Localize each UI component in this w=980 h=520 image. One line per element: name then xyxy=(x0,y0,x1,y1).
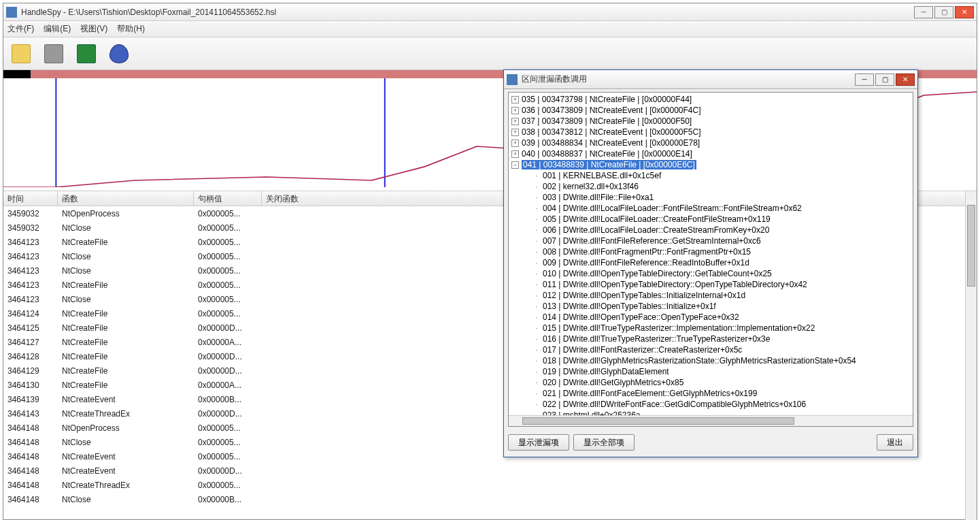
tree-child[interactable]: ·008 | DWrite.dll!FontFragmentPtr::FontF… xyxy=(509,246,913,257)
tree-label: 037 | 003473809 | NtCreateFile | [0x0000… xyxy=(522,116,692,126)
tree-child[interactable]: ·001 | KERNELBASE.dll+0x1c5ef xyxy=(509,170,913,181)
tree-parent[interactable]: 040 | 003488837 | NtCreateFile | [0x0000… xyxy=(509,148,913,159)
tree-child[interactable]: ·004 | DWrite.dll!LocalFileLoader::FontF… xyxy=(509,203,913,214)
cell-func: NtCreateEvent xyxy=(58,466,194,476)
expand-icon[interactable] xyxy=(511,150,519,158)
tree-parent[interactable]: 036 | 003473809 | NtCreateEvent | [0x000… xyxy=(509,105,913,116)
tree-child[interactable]: ·009 | DWrite.dll!FontFileReference::Rea… xyxy=(509,257,913,268)
tree-connector: · xyxy=(532,258,541,267)
cell-func: NtCreateEvent xyxy=(58,452,194,461)
toolbar-open-button[interactable] xyxy=(7,40,35,67)
tree-child[interactable]: ·020 | DWrite.dll!GetGlyphMetrics+0x85 xyxy=(509,377,913,388)
toolbar-chip-button[interactable] xyxy=(73,40,100,67)
tree-connector: · xyxy=(532,247,541,257)
tree-child-label: 002 | kernel32.dll+0x13f46 xyxy=(543,182,639,191)
toolbar-pc-button[interactable] xyxy=(40,40,67,67)
tree-child[interactable]: ·002 | kernel32.dll+0x13f46 xyxy=(509,181,913,192)
table-row[interactable]: 3464148NtClose0x00000B... xyxy=(3,492,977,506)
table-vscrollbar[interactable] xyxy=(965,191,977,520)
expand-icon[interactable] xyxy=(511,129,519,136)
show-leak-button[interactable]: 显示泄漏项 xyxy=(508,434,569,451)
tree-child[interactable]: ·018 | DWrite.dll!GlyphMetricsRasterizat… xyxy=(509,355,913,366)
menu-edit[interactable]: 编辑(E) xyxy=(44,23,71,35)
toolbar xyxy=(3,37,977,70)
menu-file[interactable]: 文件(F) xyxy=(7,23,34,35)
expand-icon[interactable] xyxy=(511,118,519,125)
tree-parent[interactable]: 035 | 003473798 | NtCreateFile | [0x0000… xyxy=(509,94,913,105)
tree-child[interactable]: ·003 | DWrite.dll!File::File+0xa1 xyxy=(509,192,913,203)
cell-func: NtClose xyxy=(58,295,194,304)
cell-time: 3459032 xyxy=(3,209,58,218)
dialog-minimize-button[interactable]: ─ xyxy=(855,74,874,86)
tree-child-label: 014 | DWrite.dll!OpenTypeFace::OpenTypeF… xyxy=(543,312,739,322)
tree-parent[interactable]: 037 | 003473809 | NtCreateFile | [0x0000… xyxy=(509,116,913,127)
tree-parent[interactable]: 039 | 003488834 | NtCreateEvent | [0x000… xyxy=(509,137,913,148)
tree-connector: · xyxy=(532,225,541,235)
cell-time: 3464139 xyxy=(3,395,58,404)
tree-child-label: 016 | DWrite.dll!TrueTypeRasterizer::Tru… xyxy=(543,334,770,344)
cell-time: 3464123 xyxy=(3,280,58,290)
cell-time: 3464123 xyxy=(3,266,58,276)
tree-child-label: 012 | DWrite.dll!OpenTypeTables::Initial… xyxy=(543,291,745,300)
close-button[interactable]: ✕ xyxy=(955,6,974,18)
menu-help[interactable]: 帮助(H) xyxy=(117,23,145,35)
cell-handle: 0x00000D... xyxy=(194,352,262,361)
tree-parent[interactable]: 038 | 003473812 | NtCreateEvent | [0x000… xyxy=(509,127,913,137)
tree-child-label: 009 | DWrite.dll!FontFileReference::Read… xyxy=(543,258,749,267)
cell-handle: 0x00000D... xyxy=(194,323,262,333)
table-row[interactable]: 3464148NtCreateThreadEx0x000005... xyxy=(3,478,977,492)
main-titlebar: HandleSpy - E:\Users\Tishion\Desktop\Fox… xyxy=(3,3,977,21)
cell-time: 3464123 xyxy=(3,252,58,261)
cell-time: 3464125 xyxy=(3,323,58,333)
expand-icon[interactable] xyxy=(511,96,519,103)
table-row[interactable]: 3464148NtCreateEvent0x00000D... xyxy=(3,464,977,478)
show-all-button[interactable]: 显示全部项 xyxy=(573,434,635,451)
expand-icon[interactable] xyxy=(511,107,519,114)
shield-icon xyxy=(109,44,129,63)
tree-child[interactable]: ·005 | DWrite.dll!LocalFileLoader::Creat… xyxy=(509,214,913,225)
tree-child[interactable]: ·012 | DWrite.dll!OpenTypeTables::Initia… xyxy=(509,290,913,301)
collapse-icon[interactable] xyxy=(511,161,519,169)
dialog-icon xyxy=(507,74,518,85)
tree-child[interactable]: ·013 | DWrite.dll!OpenTypeTables::Initia… xyxy=(509,301,913,312)
col-time[interactable]: 时间 xyxy=(3,191,58,206)
menu-view[interactable]: 视图(V) xyxy=(80,23,107,35)
cell-time: 3464129 xyxy=(3,366,58,376)
tree-child-label: 021 | DWrite.dll!FontFaceElement::GetGly… xyxy=(543,389,757,398)
col-func[interactable]: 函数 xyxy=(58,191,194,206)
cell-handle: 0x00000B... xyxy=(194,395,262,404)
tree-connector: · xyxy=(532,345,541,355)
tree-connector: · xyxy=(532,269,541,278)
tree-label: 039 | 003488834 | NtCreateEvent | [0x000… xyxy=(522,138,700,148)
dialog-close-button[interactable]: ✕ xyxy=(896,74,915,86)
dialog-maximize-button[interactable]: ▢ xyxy=(875,74,894,86)
tree-hscrollbar[interactable] xyxy=(509,415,913,426)
tree-label: 036 | 003473809 | NtCreateEvent | [0x000… xyxy=(522,105,701,115)
tree-child[interactable]: ·016 | DWrite.dll!TrueTypeRasterizer::Tr… xyxy=(509,334,913,344)
tree-child[interactable]: ·017 | DWrite.dll!FontRasterizer::Create… xyxy=(509,344,913,355)
maximize-button[interactable]: ▢ xyxy=(934,6,953,18)
expand-icon[interactable] xyxy=(511,140,519,147)
tree-child[interactable]: ·014 | DWrite.dll!OpenTypeFace::OpenType… xyxy=(509,312,913,323)
cell-handle: 0x000005... xyxy=(194,438,262,447)
scroll-thumb[interactable] xyxy=(967,205,975,287)
tree-child-label: 013 | DWrite.dll!OpenTypeTables::Initial… xyxy=(543,302,716,311)
cell-handle: 0x000005... xyxy=(194,280,262,290)
tree-child[interactable]: ·019 | DWrite.dll!GlyphDataElement xyxy=(509,366,913,377)
tree-child[interactable]: ·010 | DWrite.dll!OpenTypeTableDirectory… xyxy=(509,268,913,279)
exit-button[interactable]: 退出 xyxy=(877,434,913,451)
cell-handle: 0x000005... xyxy=(194,309,262,319)
tree-parent-expanded[interactable]: 041 | 003488839 | NtCreateFile | [0x0000… xyxy=(509,159,913,170)
toolbar-shield-button[interactable] xyxy=(105,40,133,67)
minimize-button[interactable]: ─ xyxy=(914,6,933,18)
tree-child[interactable]: ·021 | DWrite.dll!FontFaceElement::GetGl… xyxy=(509,388,913,399)
tree-view[interactable]: 035 | 003473798 | NtCreateFile | [0x0000… xyxy=(508,92,913,427)
col-handle[interactable]: 句柄值 xyxy=(194,191,262,206)
tree-child[interactable]: ·006 | DWrite.dll!LocalFileLoader::Creat… xyxy=(509,225,913,235)
tree-child[interactable]: ·011 | DWrite.dll!OpenTypeTableDirectory… xyxy=(509,279,913,290)
tree-child[interactable]: ·007 | DWrite.dll!FontFileReference::Get… xyxy=(509,235,913,246)
tree-child[interactable]: ·015 | DWrite.dll!TrueTypeRasterizer::Im… xyxy=(509,323,913,334)
tree-child[interactable]: ·022 | DWrite.dll!DWriteFontFace::GetGdi… xyxy=(509,399,913,410)
window-title: HandleSpy - E:\Users\Tishion\Desktop\Fox… xyxy=(21,7,914,17)
hscroll-thumb[interactable] xyxy=(522,417,794,425)
